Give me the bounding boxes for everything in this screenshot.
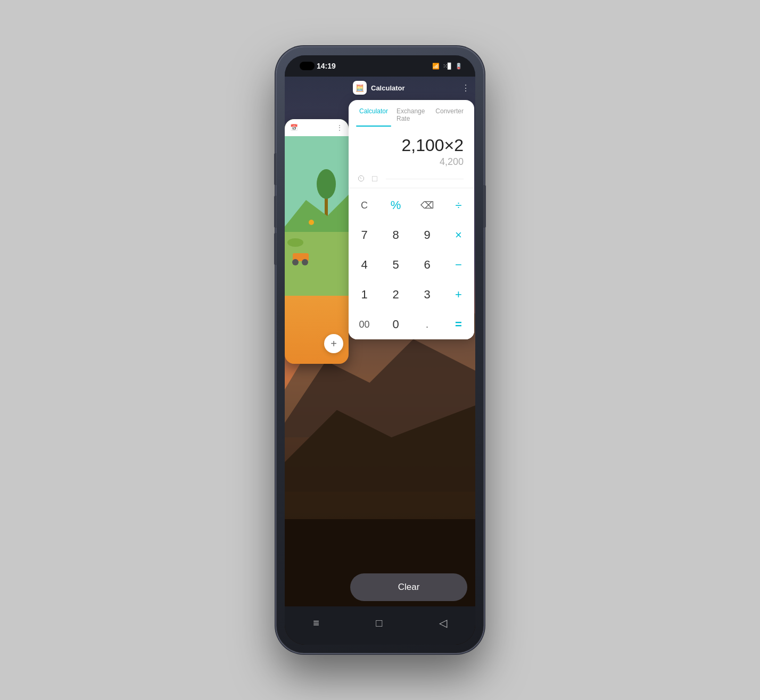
calc-tabs: Calculator Exchange Rate Converter <box>349 100 474 127</box>
calc-buttons: C % ⌫ ÷ 7 8 9 × 4 5 6 − <box>349 190 474 339</box>
tab-calculator[interactable]: Calculator <box>356 105 391 127</box>
btn-0[interactable]: 0 <box>380 310 411 339</box>
btn-1[interactable]: 1 <box>349 280 380 310</box>
phone-screen: 14:19 📶 ⁙▊ 🪫 📅 ⋮ <box>285 55 475 645</box>
calc-app-bar: 🧮 Calculator ⋮ <box>348 77 475 97</box>
memory-icon[interactable]: □ <box>372 174 377 184</box>
btn-multiply[interactable]: × <box>443 220 474 250</box>
btn-add[interactable]: + <box>443 280 474 310</box>
btn-percent[interactable]: % <box>380 190 411 220</box>
calc-expression: 2,100×2 <box>359 135 464 155</box>
recent-apps-overlay: 📅 ⋮ <box>285 77 475 606</box>
btn-equals[interactable]: = <box>443 310 474 339</box>
calc-app-title: Calculator <box>371 84 405 92</box>
tab-converter[interactable]: Converter <box>432 105 467 127</box>
calendar-card[interactable]: 📅 ⋮ <box>285 119 349 364</box>
signal-icon: ⁙▊ <box>443 63 452 70</box>
toolbar-divider <box>386 179 464 179</box>
btn-7[interactable]: 7 <box>349 220 380 250</box>
btn-9[interactable]: 9 <box>411 220 443 250</box>
svg-point-14 <box>302 259 308 265</box>
svg-point-13 <box>292 259 299 265</box>
battery-icon: 🪫 <box>455 63 462 70</box>
card-menu-icon: ⋮ <box>336 123 343 132</box>
plus-icon: + <box>331 338 337 350</box>
btn-subtract[interactable]: − <box>443 250 474 280</box>
history-icon[interactable]: ⏲ <box>357 174 366 184</box>
calc-toolbar: ⏲ □ <box>349 172 474 186</box>
clear-button[interactable]: Clear <box>350 573 467 601</box>
btn-decimal[interactable]: . <box>411 310 443 339</box>
tab-exchange-rate[interactable]: Exchange Rate <box>393 105 430 127</box>
calc-display: 2,100×2 4,200 <box>349 127 474 172</box>
btn-3[interactable]: 3 <box>411 280 443 310</box>
calc-divider <box>349 188 474 188</box>
btn-8[interactable]: 8 <box>380 220 411 250</box>
clear-btn-container: Clear <box>342 573 475 601</box>
btn-5[interactable]: 5 <box>380 250 411 280</box>
nav-bar: ≡ □ ◁ <box>285 606 475 645</box>
nav-menu-icon[interactable]: ≡ <box>313 617 319 629</box>
btn-divide[interactable]: ÷ <box>443 190 474 220</box>
calc-app-icon: 🧮 <box>353 81 367 95</box>
status-time: 14:19 <box>317 62 336 70</box>
btn-2[interactable]: 2 <box>380 280 411 310</box>
card-header: 📅 ⋮ <box>285 119 349 136</box>
svg-point-8 <box>317 169 336 199</box>
btn-clear[interactable]: C <box>349 190 380 220</box>
calc-card[interactable]: Calculator Exchange Rate Converter 2,100… <box>349 100 474 339</box>
add-button[interactable]: + <box>324 334 343 353</box>
phone-frame: 14:19 📶 ⁙▊ 🪫 📅 ⋮ <box>276 47 484 653</box>
calculator-widget: Calculator Exchange Rate Converter 2,100… <box>348 100 475 339</box>
calc-result: 4,200 <box>359 156 464 168</box>
btn-backspace[interactable]: ⌫ <box>411 190 443 220</box>
btn-6[interactable]: 6 <box>411 250 443 280</box>
nav-home-icon[interactable]: □ <box>376 617 382 629</box>
status-icons: 📶 ⁙▊ 🪫 <box>432 63 462 70</box>
camera-cutout <box>300 62 315 70</box>
nav-back-icon[interactable]: ◁ <box>439 616 447 629</box>
calc-options-icon[interactable]: ⋮ <box>461 83 470 93</box>
svg-point-10 <box>309 220 314 225</box>
btn-4[interactable]: 4 <box>349 250 380 280</box>
btn-double-zero[interactable]: 00 <box>349 310 380 339</box>
calendar-icon: 📅 <box>290 124 298 131</box>
wifi-icon: 📶 <box>432 63 440 70</box>
svg-point-11 <box>287 238 303 247</box>
